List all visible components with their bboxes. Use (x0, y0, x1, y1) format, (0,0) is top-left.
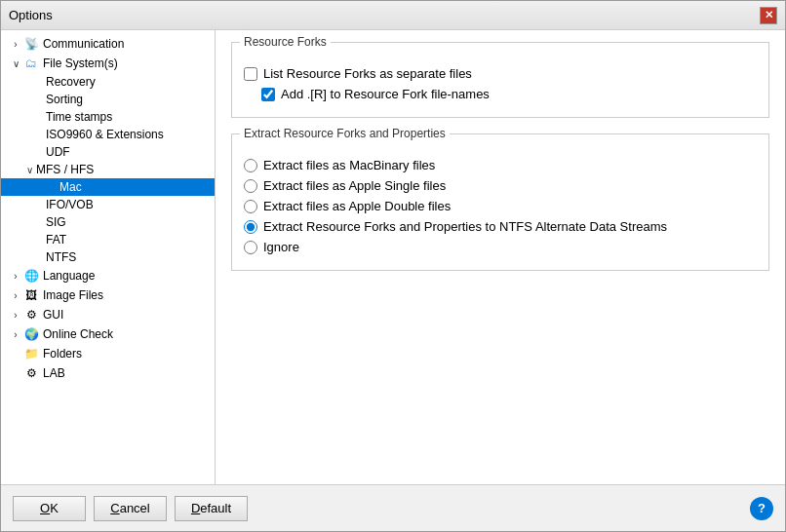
sidebar-tree: › 📡 Communication ∨ 🗂 File System(s) Rec… (1, 30, 216, 484)
lab-icon: ⚙ (22, 365, 40, 381)
sidebar-item-lab[interactable]: ⚙ LAB (1, 363, 215, 383)
sidebar-item-fat[interactable]: FAT (1, 231, 215, 248)
options-dialog: Options ✕ › 📡 Communication ∨ 🗂 File Sys… (0, 0, 786, 532)
radio5-row: Ignore (244, 240, 757, 254)
add-r-resource-fork-label[interactable]: Add .[R] to Resource Fork file-names (281, 87, 490, 101)
sidebar-label-timestamps: Time stamps (46, 110, 112, 124)
communication-icon: 📡 (22, 36, 40, 52)
apple-single-radio[interactable] (244, 179, 257, 193)
resource-forks-title: Resource Forks (240, 35, 331, 49)
sidebar-label-lab: LAB (43, 366, 65, 380)
sidebar-label-sig: SIG (46, 215, 66, 229)
macbinary-radio[interactable] (244, 159, 257, 172)
default-button[interactable]: Default (175, 496, 248, 521)
list-resource-forks-checkbox[interactable] (244, 67, 257, 81)
sidebar-label-mac: Mac (59, 180, 82, 194)
toggle-imagefiles: › (9, 290, 22, 301)
dialog-title: Options (9, 8, 53, 22)
radio3-row: Extract files as Apple Double files (244, 199, 757, 213)
toggle-onlinecheck: › (9, 329, 22, 340)
sidebar-item-gui[interactable]: › ⚙ GUI (1, 305, 215, 324)
macbinary-label[interactable]: Extract files as MacBinary files (263, 158, 435, 172)
sidebar-label-language: Language (43, 269, 95, 283)
sidebar-item-onlinecheck[interactable]: › 🌍 Online Check (1, 324, 215, 344)
help-icon: ? (758, 501, 766, 515)
sidebar-item-language[interactable]: › 🌐 Language (1, 266, 215, 285)
radio2-row: Extract files as Apple Single files (244, 178, 757, 193)
sidebar-item-communication[interactable]: › 📡 Communication (1, 34, 215, 54)
radio4-row: Extract Resource Forks and Properties to… (244, 219, 757, 234)
apple-single-label[interactable]: Extract files as Apple Single files (263, 178, 446, 193)
list-resource-forks-label[interactable]: List Resource Forks as separate files (263, 66, 472, 81)
ntfs-alternate-radio[interactable] (244, 220, 257, 234)
sidebar-item-recovery[interactable]: Recovery (1, 73, 215, 91)
sidebar-item-iso9660[interactable]: ISO9960 & Extensions (1, 126, 215, 143)
dialog-body: › 📡 Communication ∨ 🗂 File System(s) Rec… (1, 30, 785, 484)
sidebar-label-sorting: Sorting (46, 93, 83, 106)
sidebar-label-recovery: Recovery (46, 75, 96, 89)
close-icon: ✕ (765, 9, 773, 21)
toggle-gui: › (9, 310, 22, 321)
sidebar-label-iso9660: ISO9960 & Extensions (46, 128, 164, 141)
filesystem-icon: 🗂 (22, 56, 40, 71)
language-icon: 🌐 (22, 268, 40, 284)
close-button[interactable]: ✕ (760, 7, 777, 24)
folders-icon: 📁 (22, 346, 40, 361)
sidebar-item-filesystem[interactable]: ∨ 🗂 File System(s) (1, 54, 215, 73)
toggle-filesystem: ∨ (9, 58, 22, 69)
toggle-language: › (9, 271, 22, 282)
sidebar-item-sorting[interactable]: Sorting (1, 91, 215, 108)
add-r-resource-fork-checkbox[interactable] (261, 88, 275, 101)
sidebar-label-gui: GUI (43, 308, 63, 322)
help-button[interactable]: ? (750, 497, 773, 520)
title-bar: Options ✕ (1, 1, 785, 30)
checkbox1-row: List Resource Forks as separate files (244, 66, 757, 81)
imagefiles-icon: 🖼 (22, 287, 40, 303)
resource-forks-section: Resource Forks List Resource Forks as se… (231, 42, 769, 118)
sidebar-label-ifovob: IFO/VOB (46, 198, 94, 211)
sidebar-label-ntfs: NTFS (46, 250, 76, 264)
ok-button[interactable]: OK (13, 496, 86, 521)
default-label: Default (191, 501, 231, 515)
sidebar-label-communication: Communication (43, 37, 124, 51)
sidebar-label-imagefiles: Image Files (43, 288, 103, 302)
ok-label: OK (40, 501, 59, 515)
sidebar-label-udf: UDF (46, 145, 70, 159)
sidebar-item-udf[interactable]: UDF (1, 143, 215, 161)
ntfs-alternate-label[interactable]: Extract Resource Forks and Properties to… (263, 219, 667, 234)
sidebar-item-ntfs[interactable]: NTFS (1, 248, 215, 266)
extract-resource-forks-title: Extract Resource Forks and Properties (240, 127, 450, 140)
sidebar-item-folders[interactable]: 📁 Folders (1, 344, 215, 363)
sidebar-item-ifovob[interactable]: IFO/VOB (1, 196, 215, 213)
gui-icon: ⚙ (22, 307, 40, 323)
sidebar-label-fat: FAT (46, 233, 66, 247)
sidebar-item-mfshfs[interactable]: ∨ MFS / HFS (1, 161, 215, 178)
apple-double-label[interactable]: Extract files as Apple Double files (263, 199, 451, 213)
ignore-radio[interactable] (244, 241, 257, 254)
radio1-row: Extract files as MacBinary files (244, 158, 757, 172)
sidebar-item-imagefiles[interactable]: › 🖼 Image Files (1, 285, 215, 305)
cancel-button[interactable]: Cancel (94, 496, 167, 521)
extract-resource-forks-section: Extract Resource Forks and Properties Ex… (231, 133, 769, 271)
sidebar-label-mfshfs: MFS / HFS (36, 163, 94, 176)
cancel-label: Cancel (110, 501, 149, 515)
content-area: Resource Forks List Resource Forks as se… (216, 30, 785, 484)
sidebar-label-onlinecheck: Online Check (43, 327, 113, 341)
checkbox2-row: Add .[R] to Resource Fork file-names (261, 87, 757, 101)
sidebar-label-filesystem: File System(s) (43, 57, 118, 70)
toggle-communication: › (9, 39, 22, 50)
onlinecheck-icon: 🌍 (22, 326, 40, 342)
apple-double-radio[interactable] (244, 200, 257, 213)
sidebar-item-timestamps[interactable]: Time stamps (1, 108, 215, 126)
toggle-mfshfs: ∨ (22, 165, 36, 175)
sidebar-label-folders: Folders (43, 347, 82, 361)
ignore-label[interactable]: Ignore (263, 240, 299, 254)
dialog-footer: OK Cancel Default ? (1, 484, 785, 531)
sidebar-item-sig[interactable]: SIG (1, 213, 215, 231)
sidebar-item-mac[interactable]: Mac (1, 178, 215, 196)
